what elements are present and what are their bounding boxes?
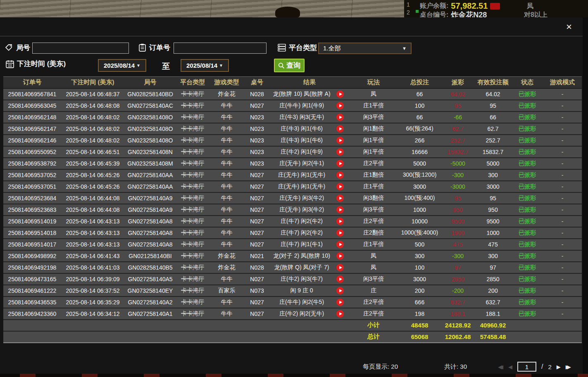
play-video-icon[interactable] bbox=[336, 114, 344, 121]
cell-bet-time: 2025-08-14 06:41:43 bbox=[61, 250, 124, 262]
play-video-icon[interactable] bbox=[336, 218, 344, 225]
cell-status: 已派彩 bbox=[512, 135, 543, 146]
cell-valid-bet: 1000 bbox=[474, 227, 512, 239]
cell-status: 已派彩 bbox=[512, 181, 543, 192]
cell-game-mode: - bbox=[543, 204, 582, 216]
column-header: 有效投注额 bbox=[474, 77, 512, 88]
play-video-icon[interactable] bbox=[336, 241, 344, 248]
close-icon[interactable]: × bbox=[563, 21, 575, 33]
subtotal-label: 小计 bbox=[349, 320, 398, 331]
date-to-picker[interactable]: 2025/08/14 ▼ bbox=[181, 59, 229, 72]
cell-table-no: N027 bbox=[244, 273, 270, 285]
play-video-icon[interactable] bbox=[336, 229, 344, 237]
round-input[interactable] bbox=[32, 43, 129, 54]
table-row: 2508140695140172025-08-14 06:43:13GN0272… bbox=[3, 239, 582, 250]
cell-game-mode: - bbox=[543, 181, 582, 192]
cell-order-id: 250814069562146 bbox=[3, 135, 61, 146]
play-video-icon[interactable] bbox=[336, 264, 344, 271]
bet-time-label: 下注时间 (美东) bbox=[17, 59, 66, 69]
last-page-icon[interactable]: ▶▶ bbox=[566, 364, 571, 370]
bet-history-table-wrap: 订单号下注时间 (美东)局号平台类型游戏类型桌号结果玩法总投注派彩有效投注额状态… bbox=[3, 76, 582, 343]
cell-game-mode: - bbox=[543, 239, 582, 250]
filter-bar: 局号 订单号 平台类型 1.全部 ▼ bbox=[0, 36, 583, 76]
play-video-icon[interactable] bbox=[336, 160, 344, 167]
cell-game-mode: - bbox=[543, 308, 582, 320]
platform-select[interactable]: 1.全部 ▼ bbox=[318, 43, 412, 54]
cell-order-id: 250814069567841 bbox=[3, 88, 61, 100]
search-button[interactable]: 查询 bbox=[274, 59, 305, 72]
column-header: 总投注 bbox=[398, 77, 441, 88]
cell-round-id: GN027258140A5 bbox=[124, 273, 176, 285]
column-header: 游戏模式 bbox=[543, 77, 582, 88]
play-video-icon[interactable] bbox=[336, 275, 344, 283]
studio-wall-background bbox=[0, 0, 404, 17]
cell-platform: 卡卡湾厅 bbox=[176, 285, 209, 296]
table-row: 2508140695387922025-08-14 06:45:39GN0232… bbox=[3, 158, 582, 169]
cell-game-type: 牛牛 bbox=[209, 100, 244, 111]
cell-platform: 卡卡湾厅 bbox=[176, 273, 209, 285]
cell-status: 已派彩 bbox=[512, 239, 543, 250]
cell-total-bet: 1000(预:4000) bbox=[398, 227, 441, 239]
date-from-picker[interactable]: 2025/08/14 ▼ bbox=[98, 59, 146, 72]
cell-table-no: N023 bbox=[244, 111, 270, 123]
cell-table-no: N023 bbox=[244, 146, 270, 158]
cell-game-type: 牛牛 bbox=[209, 239, 244, 250]
play-video-icon[interactable] bbox=[336, 299, 344, 306]
play-video-icon[interactable] bbox=[336, 171, 344, 179]
cell-platform: 卡卡湾厅 bbox=[176, 262, 209, 273]
cell-payout: 15832.7 bbox=[441, 146, 474, 158]
screen: 1 2 账户余额: 57,982.51 桌台编号: 炸金花N28 凤 对8以上 … bbox=[0, 0, 588, 377]
total-payout: 12062.48 bbox=[441, 331, 474, 343]
cell-total-bet: 3000 bbox=[398, 273, 441, 285]
play-video-icon[interactable] bbox=[336, 148, 344, 156]
table-row: 2508140695509522025-08-14 06:46:51GN0232… bbox=[3, 146, 582, 158]
cell-play-type: 闲3平倍 bbox=[349, 273, 398, 285]
play-video-icon[interactable] bbox=[336, 310, 344, 318]
order-input[interactable] bbox=[174, 43, 267, 54]
next-page-icon[interactable]: ▶ bbox=[557, 364, 561, 370]
cell-table-no: N028 bbox=[244, 88, 270, 100]
cell-valid-bet: 2850 bbox=[474, 273, 512, 285]
play-video-icon[interactable] bbox=[336, 102, 344, 109]
cell-table-no: N027 bbox=[244, 100, 270, 111]
play-video-icon[interactable] bbox=[336, 252, 344, 260]
cell-play-type: 凤 bbox=[349, 88, 398, 100]
cell-result: 庄(牛牛) 闲2(牛5) bbox=[270, 296, 349, 308]
cell-round-id: GN073258140EY bbox=[124, 285, 176, 296]
table-row: 2508140695370522025-08-14 06:45:26GN0272… bbox=[3, 169, 582, 181]
cell-payout: -5000 bbox=[441, 158, 474, 169]
cell-order-id: 250814069550952 bbox=[3, 146, 61, 158]
play-video-icon[interactable] bbox=[336, 194, 344, 202]
play-video-icon[interactable] bbox=[336, 90, 344, 98]
cell-valid-bet: 9500 bbox=[474, 216, 512, 227]
game-table-edge bbox=[0, 374, 588, 377]
column-header: 玩法 bbox=[349, 77, 398, 88]
play-video-icon[interactable] bbox=[336, 183, 344, 190]
cell-round-id: GN027258140A9 bbox=[124, 204, 176, 216]
cell-platform: 卡卡湾厅 bbox=[176, 146, 209, 158]
play-video-icon[interactable] bbox=[336, 206, 344, 213]
cell-total-bet: 100 bbox=[398, 100, 441, 111]
cell-status: 已派彩 bbox=[512, 192, 543, 204]
cell-valid-bet: 5000 bbox=[474, 158, 512, 169]
cell-total-bet: 3000 bbox=[398, 181, 441, 192]
first-page-icon[interactable]: ◀◀ bbox=[498, 364, 503, 370]
table-row: 2508140694365352025-08-14 06:35:29GN0272… bbox=[3, 296, 582, 308]
cell-table-no: N027 bbox=[244, 239, 270, 250]
play-video-icon[interactable] bbox=[336, 137, 344, 144]
cell-bet-time: 2025-08-14 06:35:29 bbox=[61, 296, 124, 308]
account-balance-value: 57,982.51 bbox=[451, 1, 488, 11]
cell-platform: 卡卡湾厅 bbox=[176, 88, 209, 100]
cell-game-mode: - bbox=[543, 169, 582, 181]
cell-play-type: 庄2翻倍 bbox=[349, 227, 398, 239]
cell-play-type: 庄2平倍 bbox=[349, 296, 398, 308]
cell-total-bet: 66 bbox=[398, 88, 441, 100]
cell-total-bet: 66(预:264) bbox=[398, 123, 441, 135]
cell-valid-bet: 66 bbox=[474, 111, 512, 123]
cell-status: 已派彩 bbox=[512, 100, 543, 111]
prev-page-icon[interactable]: ◀ bbox=[508, 364, 512, 370]
play-video-icon[interactable] bbox=[336, 287, 344, 294]
cell-play-type: 庄1平倍 bbox=[349, 181, 398, 192]
page-number-input[interactable] bbox=[517, 362, 536, 372]
play-video-icon[interactable] bbox=[336, 125, 344, 133]
